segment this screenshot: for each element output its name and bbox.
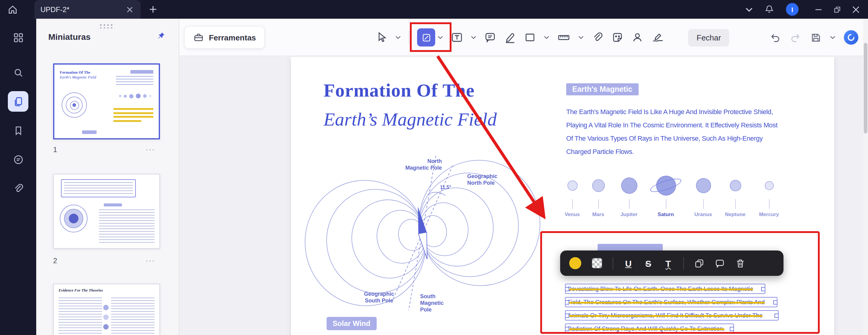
minimize-button[interactable] [815,6,822,13]
copy-button[interactable] [694,258,705,268]
area-highlight-icon [421,32,431,42]
marker-pen-icon [504,31,516,43]
measure-tool-button[interactable] [557,31,570,43]
page-menu-button[interactable]: ··· [146,148,155,152]
color-swatch-button[interactable] [569,257,581,269]
thumb1-mini-solarwind-badge [82,130,97,134]
save-button[interactable] [810,32,822,43]
restore-button[interactable] [834,6,841,13]
toolbar-divider [409,31,409,44]
pen-tool-button[interactable] [504,31,516,43]
thumb1-mini-planets [119,94,152,98]
vertical-scrollbar[interactable] [863,19,868,335]
sticker-tool-button[interactable] [612,31,623,43]
titlebar: UPDF-2* I [0,0,868,19]
signature-icon [651,31,664,43]
sidebar-comments-button[interactable] [8,149,28,170]
thumb3-content: Evidence For The Theories [54,284,159,335]
document-tab[interactable]: UPDF-2* [34,0,141,19]
struck-text-line[interactable]: Radiation Of Strong Rays And Will Quickl… [565,324,734,334]
highlight-tool-chevron-icon[interactable] [438,36,443,39]
squiggly-underline-button[interactable]: T [663,258,673,268]
page-thumbnail-1[interactable]: Formation Of The Earth's Magnetic Field [53,63,160,140]
sidebar-thumbnails-button[interactable] [8,91,28,112]
document-canvas[interactable]: Formation Of The Earth’s Magnetic Field … [179,56,868,335]
page-thumbnail-3[interactable]: Evidence For The Theories [53,284,160,335]
highlight-tool-group [417,28,443,47]
struck-text-line[interactable]: Animals Or Tiny Microorganisms, Will Fin… [565,310,779,321]
signature-tool-button[interactable] [651,31,664,43]
paperclip-icon [12,183,24,194]
speech-bubble-icon [484,31,496,43]
ai-swirl-icon [846,32,857,43]
close-button[interactable] [852,6,860,13]
solar-wind-badge: Solar Wind [327,317,376,330]
pin-icon[interactable] [156,31,165,40]
sidebar-apps-button[interactable] [8,27,28,48]
panel-title: Miniaturas [48,32,91,42]
scrollbar-thumb[interactable] [864,43,867,133]
tools-button[interactable]: Ferramentas [184,26,265,49]
struck-text-line[interactable]: Field, The Creatures On The Earth's Surf… [565,297,777,307]
grid-icon [12,32,24,43]
thumb3-mini-col-left [59,298,102,335]
toolbar-collapse-button[interactable] [745,7,753,12]
text-tool-chevron-icon[interactable] [471,36,476,39]
planet-neptune: Neptune [717,175,753,217]
notifications-button[interactable] [764,4,774,14]
paragraph-line: Charged Particle Flows. [566,145,802,158]
stamp-tool-button[interactable] [631,31,644,43]
thumb1-mini-badge [130,70,153,74]
user-avatar[interactable]: I [786,3,799,16]
sidebar-search-button[interactable] [8,62,28,83]
sidebar-bookmarks-button[interactable] [8,120,28,141]
paragraph-line: The Earth's Magnetic Field Is Like A Hug… [566,105,802,118]
note-comment-button[interactable] [715,258,725,268]
page-thumbnail-2[interactable] [53,174,160,249]
shape-tool-button[interactable] [524,31,536,43]
shape-tool-chevron-icon[interactable] [544,36,549,39]
delete-button[interactable] [735,258,745,268]
annotation-toolbar-divider [613,257,613,269]
label-south-magnetic-pole: South Magnetic Pole [420,293,444,313]
save-chevron-icon[interactable] [830,36,835,39]
thumb1-mini-title: Formation Of The Earth's Magnetic Field [60,70,96,80]
paragraph-line: Of The Various Types Of Rays in The Univ… [566,131,802,145]
titlebar-right: I [745,3,868,16]
ruler-icon [557,31,570,43]
highlight-tool-button[interactable] [417,28,435,47]
text-tool-button[interactable] [451,31,463,43]
left-icon-sidebar [0,19,36,335]
page-menu-button[interactable]: ··· [146,259,155,263]
annotation-toolbar-divider [683,257,684,269]
sidebar-attachments-button[interactable] [8,178,28,199]
close-document-button[interactable]: Fechar [688,29,730,46]
select-tool-chevron-icon[interactable] [395,36,401,39]
panel-drag-handle[interactable] [99,24,115,28]
strikethrough-button[interactable]: S [644,258,653,268]
ai-assistant-button[interactable] [844,30,858,45]
label-angle: 11.5° [440,185,451,190]
thumb3-mini-circles [103,305,108,330]
save-icon [810,32,822,43]
main-area: Ferramentas [179,19,868,335]
pdf-paragraph: The Earth's Magnetic Field Is Like A Hug… [566,105,802,158]
opacity-checker-button[interactable] [592,258,602,269]
bookmark-icon [12,125,24,136]
underline-button[interactable]: U [623,258,633,268]
redo-button[interactable] [789,31,802,43]
tab-close-icon[interactable] [125,4,134,14]
attachment-tool-button[interactable] [592,31,603,43]
comment-tool-button[interactable] [484,31,496,43]
page-row-1: 1 ··· [53,144,160,155]
new-tab-button[interactable] [149,5,157,13]
undo-button[interactable] [769,31,781,43]
home-button[interactable] [0,4,25,15]
paragraph-line: Playing A Vital Role In The Cosmic Envir… [566,118,802,131]
planet-mercury: Mercury [751,175,787,217]
measure-tool-chevron-icon[interactable] [578,36,584,39]
select-tool-button[interactable] [375,31,388,43]
struck-text-line[interactable]: Devastating Blow To Life On Earth. Once … [565,284,765,294]
pdf-title-line1: Formation Of The [323,80,475,101]
tools-right [769,19,858,56]
